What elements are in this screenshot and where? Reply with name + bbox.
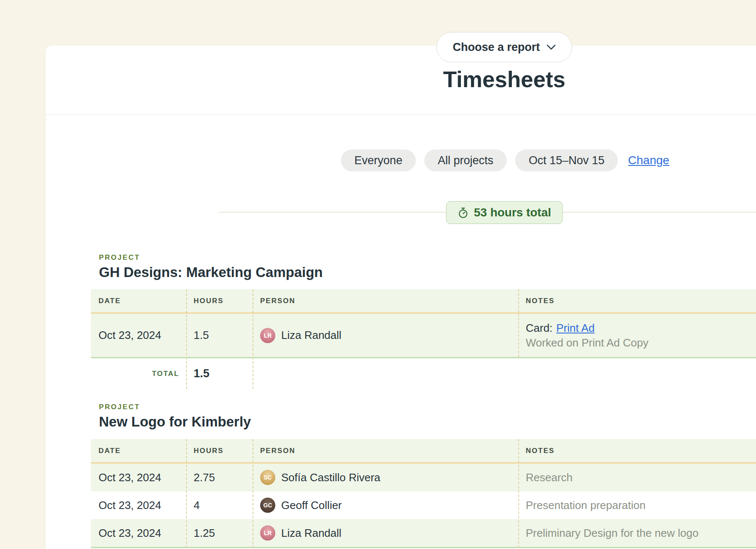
avatar[interactable]: SC <box>260 470 275 485</box>
avatar[interactable]: LR <box>260 525 275 541</box>
total-divider-rule <box>91 547 756 548</box>
project-kicker: PROJECT <box>99 253 140 262</box>
note-prefix: Card: <box>526 321 553 336</box>
table-row: Oct 23, 2024 2.75 SC Sofía Castillo Rive… <box>91 464 756 491</box>
column-header-date: DATE <box>91 439 186 462</box>
project-kicker: PROJECT <box>99 403 140 411</box>
total-row: TOTAL 1.5 <box>91 358 756 389</box>
column-header-date: DATE <box>91 289 186 312</box>
person-name: Liza Randall <box>281 527 341 540</box>
total-value: 1.5 <box>186 358 253 389</box>
hours-cell: 1.25 <box>186 519 253 547</box>
table-header-row: DATE HOURS PERSON NOTES <box>91 289 756 312</box>
person-name: Liza Randall <box>281 329 341 342</box>
report-picker-label: Choose a report <box>453 41 540 54</box>
person-cell: SC Sofía Castillo Rivera <box>253 464 518 491</box>
avatar[interactable]: LR <box>260 328 275 343</box>
date-cell: Oct 23, 2024 <box>91 519 186 547</box>
column-header-notes: NOTES <box>518 439 756 462</box>
person-cell: GC Geoff Collier <box>253 491 518 519</box>
header-divider <box>45 115 756 115</box>
total-hours-badge: 53 hours total <box>446 201 563 224</box>
total-hours-label: 53 hours total <box>474 206 551 219</box>
date-cell: Oct 23, 2024 <box>91 491 186 519</box>
column-header-hours: HOURS <box>186 289 253 312</box>
avatar[interactable]: GC <box>260 498 275 513</box>
note-secondary: Worked on Print Ad Copy <box>526 336 648 350</box>
person-cell: LR Liza Randall <box>253 314 518 357</box>
filter-projects-pill: All projects <box>424 149 507 171</box>
page-title: Timesheets <box>443 67 566 92</box>
column-separator <box>186 439 187 548</box>
table-header-row: DATE HOURS PERSON NOTES <box>91 439 756 462</box>
column-header-hours: HOURS <box>186 439 253 462</box>
project-title: New Logo for Kimberly <box>99 414 251 430</box>
table-row: Oct 23, 2024 4 GC Geoff Collier Presenta… <box>91 491 756 519</box>
timesheet-table: DATE HOURS PERSON NOTES Oct 23, 2024 2.7… <box>91 439 756 548</box>
project-title: GH Designs: Marketing Campaign <box>99 264 323 280</box>
column-separator <box>253 289 253 389</box>
hours-cell: 4 <box>186 491 253 519</box>
notes-cell: Presentation preparation <box>518 491 756 519</box>
hours-cell: 1.5 <box>186 314 253 357</box>
column-separator <box>186 289 187 389</box>
person-name: Sofía Castillo Rivera <box>281 471 381 484</box>
person-cell: LR Liza Randall <box>253 519 518 547</box>
column-separator <box>518 439 519 548</box>
card-link[interactable]: Print Ad <box>556 321 595 336</box>
filter-people-pill: Everyone <box>341 149 416 171</box>
chevron-down-icon <box>547 44 556 50</box>
filter-daterange-pill: Oct 15–Nov 15 <box>515 149 618 171</box>
date-cell: Oct 23, 2024 <box>91 314 186 357</box>
change-filters-link[interactable]: Change <box>628 154 669 167</box>
report-picker-button[interactable]: Choose a report <box>436 32 572 62</box>
table-row: Oct 23, 2024 1.25 LR Liza Randall Prelim… <box>91 519 756 547</box>
column-separator <box>253 439 253 548</box>
column-header-notes: NOTES <box>518 289 756 312</box>
notes-cell: Research <box>518 464 756 491</box>
empty-cell <box>518 358 756 389</box>
notes-cell: Card: Print Ad Worked on Print Ad Copy <box>518 314 756 357</box>
empty-cell <box>253 358 518 389</box>
notes-cell: Preliminary Design for the new logo <box>518 519 756 547</box>
date-cell: Oct 23, 2024 <box>91 464 186 491</box>
table-row: Oct 23, 2024 1.5 LR Liza Randall Card: P… <box>91 314 756 357</box>
stopwatch-icon <box>458 207 469 219</box>
hours-cell: 2.75 <box>186 464 253 491</box>
column-header-person: PERSON <box>253 439 518 462</box>
note-line: Card: Print Ad <box>526 321 595 336</box>
timesheet-table: DATE HOURS PERSON NOTES Oct 23, 2024 1.5… <box>91 289 756 389</box>
column-separator <box>518 289 519 357</box>
column-header-person: PERSON <box>253 289 518 312</box>
total-label: TOTAL <box>91 358 186 389</box>
person-name: Geoff Collier <box>281 499 342 512</box>
filter-bar: Everyone All projects Oct 15–Nov 15 Chan… <box>341 149 669 171</box>
